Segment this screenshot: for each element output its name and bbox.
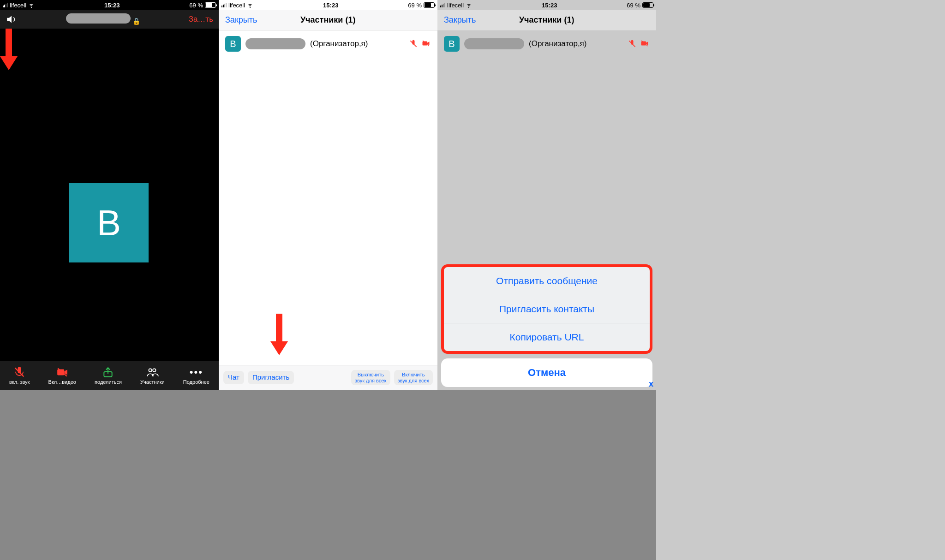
- user-avatar: В: [69, 183, 149, 262]
- svg-rect-10: [641, 42, 646, 46]
- invite-action-sheet: Отправить сообщение Пригласить контакты …: [441, 264, 652, 387]
- status-time: 15:23: [104, 2, 120, 9]
- battery-icon: [424, 2, 435, 8]
- wifi-icon: [247, 2, 253, 8]
- close-x-icon[interactable]: х: [649, 379, 653, 389]
- participants-button[interactable]: Участники: [140, 366, 165, 385]
- share-button[interactable]: поделиться: [95, 366, 122, 385]
- participant-avatar: В: [225, 36, 241, 52]
- more-label: Подробнее: [183, 379, 209, 385]
- mic-muted-icon: [409, 39, 418, 48]
- battery-icon: [205, 2, 216, 8]
- battery-pct: 69 %: [408, 2, 422, 9]
- annotation-arrow-icon: [0, 29, 18, 70]
- camera-off-icon: [640, 39, 650, 48]
- status-bar: lifecell 15:23 69 %: [437, 0, 656, 10]
- speaker-icon[interactable]: [6, 13, 18, 25]
- toggle-video-button[interactable]: Вкл…видео: [48, 366, 76, 385]
- invite-contacts-option[interactable]: Пригласить контакты: [444, 295, 650, 323]
- send-message-option[interactable]: Отправить сообщение: [444, 267, 650, 295]
- meeting-title-redacted: 🔒: [66, 13, 140, 25]
- close-button[interactable]: Закрыть: [225, 15, 257, 25]
- participant-avatar: В: [444, 36, 460, 52]
- canvas-filler: [656, 0, 945, 560]
- carrier-label: lifecell: [447, 2, 464, 9]
- participant-name-redacted: [464, 38, 524, 49]
- status-time: 15:23: [323, 2, 338, 9]
- unmute-all-button[interactable]: Включить звук для всех: [394, 370, 433, 385]
- participant-role: (Организатор,я): [310, 39, 368, 48]
- signal-icon: [221, 3, 227, 7]
- participants-footer: Чат Пригласить Выключить звук для всех В…: [219, 365, 437, 390]
- camera-off-icon: [55, 366, 69, 378]
- participant-name-redacted: [245, 38, 305, 49]
- avatar-letter: В: [230, 39, 236, 49]
- camera-off-icon: [421, 39, 431, 48]
- screen-invite-sheet: lifecell 15:23 69 % Закрыть Участники (1…: [437, 0, 656, 390]
- participants-icon: [145, 366, 159, 378]
- invite-button[interactable]: Пригласить: [248, 371, 294, 384]
- wifi-icon: [466, 2, 472, 8]
- navbar: Закрыть Участники (1): [219, 10, 437, 30]
- screen-participants: lifecell 15:23 69 % Закрыть Участники (1…: [219, 0, 437, 390]
- sheet-options-group: Отправить сообщение Пригласить контакты …: [441, 264, 652, 354]
- page-title: Участники (1): [519, 15, 574, 25]
- navbar: Закрыть Участники (1): [437, 10, 656, 30]
- signal-icon: [3, 3, 8, 7]
- wifi-icon: [28, 2, 35, 8]
- status-bar: lifecell 15:23 69 %: [0, 0, 219, 10]
- share-icon: [102, 366, 114, 378]
- participant-row[interactable]: В (Организатор,я): [437, 30, 656, 57]
- battery-icon: [642, 2, 653, 8]
- svg-point-4: [149, 369, 152, 372]
- avatar-letter: В: [449, 39, 455, 49]
- participant-row[interactable]: В (Организатор,я): [219, 30, 437, 57]
- close-button[interactable]: Закрыть: [444, 15, 476, 25]
- participant-role: (Организатор,я): [529, 39, 586, 48]
- status-time: 15:23: [542, 2, 557, 9]
- svg-rect-1: [57, 369, 64, 375]
- svg-point-5: [153, 369, 156, 372]
- call-header: 🔒 За…ть: [0, 10, 219, 29]
- end-call-button[interactable]: За…ть: [189, 15, 213, 24]
- carrier-label: lifecell: [228, 2, 245, 9]
- status-bar: lifecell 15:23 69 %: [219, 0, 437, 10]
- participants-label: Участники: [140, 379, 165, 385]
- lock-icon: 🔒: [132, 18, 140, 25]
- carrier-label: lifecell: [10, 2, 26, 9]
- more-button[interactable]: ••• Подробнее: [183, 366, 209, 385]
- sheet-cancel-button[interactable]: Отмена: [441, 358, 652, 387]
- mic-muted-icon: [628, 39, 637, 48]
- battery-pct: 69 %: [627, 2, 640, 9]
- mute-all-button[interactable]: Выключить звук для всех: [351, 370, 390, 385]
- svg-rect-7: [423, 42, 428, 46]
- signal-icon: [440, 3, 445, 7]
- copy-url-option[interactable]: Копировать URL: [444, 323, 650, 351]
- page-title: Участники (1): [300, 15, 356, 25]
- chat-button[interactable]: Чат: [223, 371, 244, 384]
- avatar-letter: В: [97, 202, 121, 244]
- call-toolbar: вкл. звук Вкл…видео поделиться Участники…: [0, 361, 219, 390]
- screen-in-call: lifecell 15:23 69 % 🔒 За…ть В вкл. звук: [0, 0, 219, 390]
- annotation-arrow-icon: [270, 314, 288, 355]
- toggle-audio-button[interactable]: вкл. звук: [9, 366, 30, 385]
- battery-pct: 69 %: [189, 2, 203, 9]
- more-icon: •••: [190, 366, 203, 378]
- audio-label: вкл. звук: [9, 379, 30, 385]
- mic-muted-icon: [13, 366, 26, 378]
- share-label: поделиться: [95, 379, 122, 385]
- video-area: В: [0, 29, 219, 351]
- video-label: Вкл…видео: [48, 379, 76, 385]
